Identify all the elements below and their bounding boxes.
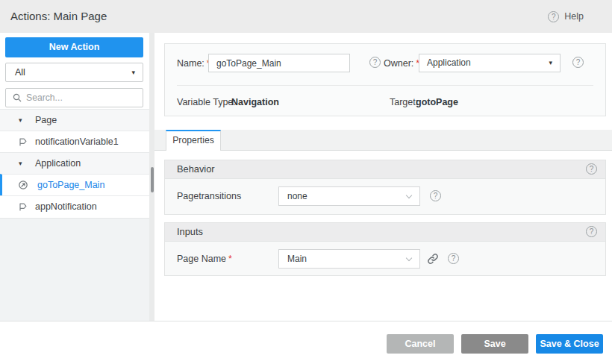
save-and-close-button[interactable]: Save & Close	[536, 334, 603, 354]
behavior-section-body: Pagetransitions none ?	[165, 179, 605, 213]
new-action-button[interactable]: New Action	[5, 37, 143, 57]
tree-item-notificationvariable1[interactable]: notificationVariable1	[0, 131, 149, 152]
caret-down-icon[interactable]: ▾	[19, 153, 22, 174]
name-input[interactable]	[208, 54, 350, 72]
page-title: Actions: Main Page	[10, 0, 107, 33]
page-name-select-value: Main	[287, 254, 307, 264]
action-summary-panel: Name:* ? Owner:* Application ▾ ? Variabl…	[164, 43, 606, 116]
chevron-down-icon	[406, 255, 412, 261]
required-asterisk: *	[228, 254, 232, 264]
help-button[interactable]: ? Help	[548, 0, 584, 33]
tree-item-label: goToPage_Main	[37, 175, 104, 195]
navigation-action-icon	[18, 180, 28, 190]
pagetransitions-help-icon[interactable]: ?	[430, 190, 441, 201]
owner-label: Owner:*	[384, 58, 419, 69]
section-title: Behavior	[177, 160, 215, 178]
section-help-icon[interactable]: ?	[586, 226, 597, 237]
dropdown-arrow-icon: ▾	[131, 63, 135, 81]
filter-select-value: All	[15, 67, 25, 78]
variable-type-label: Variable Type:	[177, 97, 236, 107]
name-label: Name:*	[177, 58, 210, 69]
behavior-section-header: Behavior ?	[165, 160, 605, 179]
filter-select[interactable]: All ▾	[5, 63, 143, 82]
tree-item-label: notificationVariable1	[35, 131, 119, 152]
actions-dialog: Actions: Main Page ? Help New Action All…	[0, 0, 612, 364]
help-label[interactable]: Help	[564, 11, 584, 22]
search-input[interactable]	[26, 92, 131, 103]
cancel-button[interactable]: Cancel	[387, 334, 454, 354]
variable-type-value: Navigation	[231, 97, 279, 107]
page-name-help-icon[interactable]: ?	[448, 253, 459, 264]
tree-item-label: appNotification	[35, 196, 97, 217]
dropdown-arrow-icon: ▾	[549, 54, 552, 72]
save-button[interactable]: Save	[461, 334, 528, 354]
page-name-select[interactable]: Main	[278, 249, 420, 269]
caret-down-icon[interactable]: ▾	[19, 110, 22, 131]
sidebar: New Action All ▾ ▾ Page	[0, 33, 149, 321]
tree-group-application[interactable]: ▾ Application	[0, 152, 149, 174]
sidebar-scrollbar-thumb[interactable]	[151, 167, 154, 192]
tab-properties[interactable]: Properties	[166, 130, 221, 151]
pagetransitions-select-value: none	[287, 191, 307, 201]
search-icon	[13, 93, 22, 102]
name-help-icon[interactable]: ?	[369, 57, 381, 68]
target-label: Target:	[390, 97, 418, 107]
bind-link-icon[interactable]	[426, 252, 440, 266]
dialog-header: Actions: Main Page ? Help	[0, 0, 612, 33]
footer: Cancel Save Save & Close	[0, 321, 612, 364]
tab-strip: Properties	[154, 130, 612, 151]
chevron-down-icon	[406, 192, 412, 198]
tree-group-page[interactable]: ▾ Page	[0, 109, 149, 131]
tree-group-label: Application	[35, 153, 81, 174]
search-box	[5, 88, 143, 107]
page-name-label: Page Name*	[177, 242, 232, 276]
section-title: Inputs	[177, 223, 203, 241]
notification-variable-icon	[18, 136, 28, 147]
pagetransitions-select[interactable]: none	[278, 186, 420, 206]
owner-help-icon[interactable]: ?	[572, 57, 584, 68]
pagetransitions-label: Pagetransitions	[177, 179, 241, 213]
panel-divider	[177, 85, 593, 86]
inputs-section-header: Inputs ?	[165, 223, 605, 242]
tree-group-label: Page	[35, 110, 57, 131]
inputs-section: Inputs ? Page Name* Main ?	[164, 222, 606, 276]
main-content: Name:* ? Owner:* Application ▾ ? Variabl…	[154, 33, 612, 321]
target-value: gotoPage	[416, 97, 458, 107]
section-help-icon[interactable]: ?	[586, 163, 597, 175]
owner-select-value: Application	[427, 57, 471, 68]
help-question-icon[interactable]: ?	[548, 11, 559, 22]
behavior-section: Behavior ? Pagetransitions none ?	[164, 160, 606, 215]
notification-variable-icon	[18, 201, 28, 212]
inputs-section-body: Page Name* Main ?	[165, 242, 605, 276]
tree-item-gotopage-main[interactable]: goToPage_Main	[0, 174, 149, 195]
owner-select[interactable]: Application ▾	[419, 54, 561, 72]
tree-item-appnotification[interactable]: appNotification	[0, 195, 149, 217]
sidebar-empty-area	[0, 218, 149, 321]
action-tree: ▾ Page notificationVariable1 ▾ Applicati…	[0, 109, 149, 217]
